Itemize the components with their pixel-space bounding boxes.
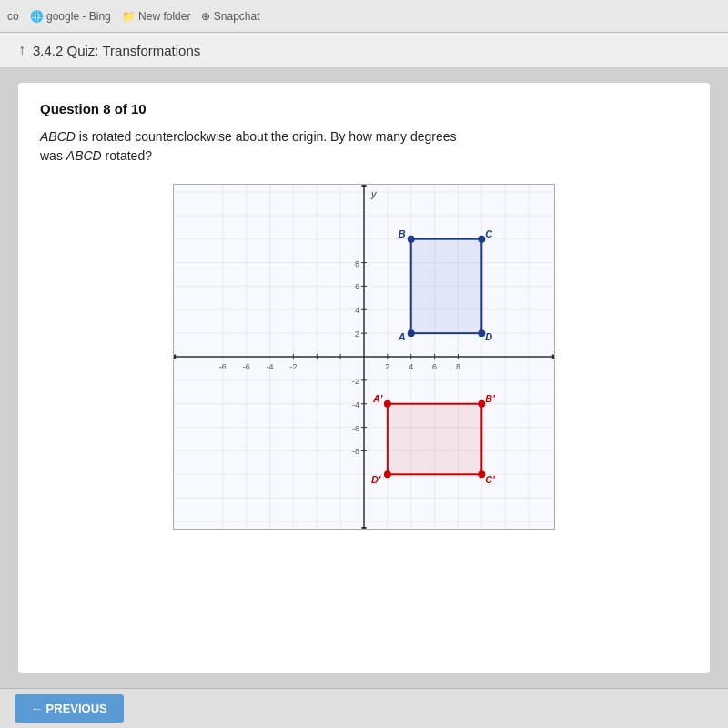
svg-text:C': C'	[485, 474, 495, 485]
svg-text:8: 8	[456, 362, 460, 371]
svg-text:D: D	[485, 331, 492, 342]
svg-text:B: B	[399, 228, 406, 239]
vertex-D	[478, 329, 485, 337]
red-rect	[388, 404, 481, 475]
quiz-title: 3.4.2 Quiz: Transformations	[33, 43, 200, 58]
svg-text:A': A'	[372, 393, 383, 404]
svg-text:2: 2	[385, 362, 389, 371]
svg-text:8: 8	[355, 259, 359, 268]
svg-text:-2: -2	[289, 362, 297, 371]
prev-button-label: ← PREVIOUS	[31, 702, 107, 715]
main-content: Question 8 of 10 ABCD is rotated counter…	[18, 83, 710, 673]
question-line1: ABCD is rotated counterclockwise about t…	[40, 129, 457, 144]
svg-text:-6: -6	[352, 424, 359, 433]
graph-container: y -6 -6 -4 -2 2 4 6 8 2 4	[173, 184, 555, 530]
svg-marker-32	[552, 354, 554, 359]
svg-text:6: 6	[432, 362, 437, 371]
tab-google-bing[interactable]: 🌐 google - Bing	[30, 10, 111, 23]
previous-button[interactable]: ← PREVIOUS	[15, 694, 124, 723]
svg-text:C: C	[485, 228, 493, 239]
svg-text:-6: -6	[219, 362, 227, 371]
svg-marker-33	[174, 354, 176, 359]
quiz-header: ↑ 3.4.2 Quiz: Transformations	[0, 33, 728, 68]
vertex-B	[408, 236, 415, 243]
svg-text:B': B'	[485, 393, 495, 404]
svg-text:-4: -4	[352, 400, 359, 410]
tab-snapchat[interactable]: ⊕ Snapchat	[201, 10, 259, 23]
svg-text:-8: -8	[352, 447, 359, 456]
svg-marker-34	[361, 185, 367, 187]
question-line2: was ABCD rotated?	[40, 148, 152, 163]
blue-rect	[411, 239, 482, 333]
question-text: ABCD is rotated counterclockwise about t…	[40, 127, 688, 166]
svg-text:-6: -6	[243, 362, 250, 371]
tab-co[interactable]: co	[7, 10, 19, 23]
vertex-B-prime	[478, 400, 485, 408]
svg-text:-4: -4	[267, 362, 274, 371]
browser-bar: co 🌐 google - Bing 📁 New folder ⊕ Snapch…	[0, 0, 728, 33]
vertex-D-prime	[384, 470, 391, 478]
page-wrapper: ↑ 3.4.2 Quiz: Transformations Question 8…	[0, 33, 728, 728]
quiz-header-icon: ↑	[18, 42, 25, 58]
vertex-A-prime	[384, 400, 391, 408]
vertex-C-prime	[478, 470, 485, 478]
tab-new-folder[interactable]: 📁 New folder	[122, 10, 191, 23]
svg-text:A: A	[398, 331, 406, 342]
coordinate-plane: y -6 -6 -4 -2 2 4 6 8 2 4	[174, 185, 554, 529]
vertex-A	[408, 329, 415, 337]
svg-text:D': D'	[371, 474, 381, 485]
svg-text:2: 2	[355, 329, 359, 339]
question-number: Question 8 of 10	[40, 101, 688, 116]
vertex-C	[478, 236, 485, 243]
svg-text:6: 6	[355, 282, 359, 291]
svg-text:4: 4	[409, 362, 413, 371]
svg-marker-35	[361, 527, 367, 529]
svg-text:-2: -2	[352, 377, 359, 386]
svg-text:4: 4	[355, 306, 359, 315]
bottom-bar: ← PREVIOUS	[0, 688, 728, 728]
